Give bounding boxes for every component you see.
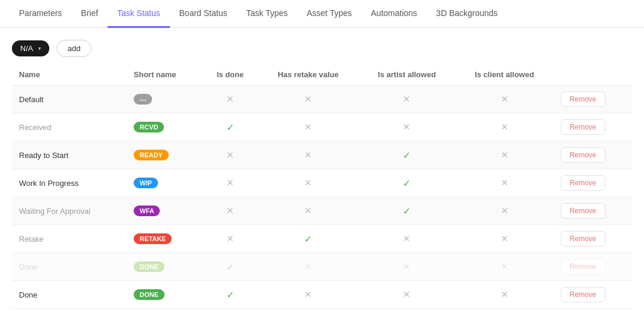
- toolbar: N/A ▾ add: [0, 28, 644, 64]
- cross-icon: ✕: [403, 94, 411, 104]
- cell-name: Ready to Start: [12, 141, 127, 169]
- cell-name: Done: [12, 253, 127, 281]
- table-header-row: Name Short name Is done Has retake value…: [12, 64, 632, 86]
- table-row: Done DONE ✓ ✕ ✕ ✕ Remove: [12, 253, 632, 281]
- status-badge: READY: [134, 150, 169, 160]
- cell-is-artist: ✕: [358, 86, 455, 113]
- cross-icon: ✕: [226, 205, 234, 216]
- col-has-retake: Has retake value: [258, 64, 359, 86]
- cell-action: Remove: [554, 141, 632, 169]
- cross-icon: ✕: [501, 205, 509, 216]
- cross-icon: ✕: [501, 261, 509, 271]
- cell-is-artist: ✕: [358, 225, 455, 253]
- cross-icon: ✕: [403, 233, 411, 244]
- cross-icon: ✕: [304, 94, 312, 104]
- cell-is-client: ✕: [455, 197, 554, 225]
- table-row: Retake RETAKE ✕ ✓ ✕ ✕ Remove: [12, 225, 632, 253]
- cell-is-artist: ✓: [358, 169, 455, 197]
- status-table: Name Short name Is done Has retake value…: [12, 64, 632, 309]
- cell-name: Waiting For Approval: [12, 197, 127, 225]
- tab-task-status[interactable]: Task Status: [108, 0, 169, 28]
- cross-icon: ✕: [226, 150, 234, 160]
- status-badge: WFA: [134, 205, 160, 216]
- cross-icon: ✕: [304, 178, 312, 188]
- cross-icon: ✕: [403, 289, 411, 299]
- table-wrap: Name Short name Is done Has retake value…: [0, 64, 644, 309]
- cell-is-done: ✓: [203, 253, 258, 281]
- tabs-bar: Parameters Brief Task Status Board Statu…: [0, 0, 644, 28]
- tab-automations[interactable]: Automations: [361, 0, 427, 28]
- remove-button[interactable]: Remove: [561, 287, 605, 302]
- cell-short-name: RCVD: [127, 113, 203, 141]
- cell-is-done: ✕: [203, 197, 258, 225]
- cell-action: Remove: [554, 113, 632, 141]
- cell-has-retake: ✕: [258, 113, 359, 141]
- status-badge: ---: [134, 94, 152, 105]
- remove-button[interactable]: Remove: [561, 147, 605, 163]
- remove-button[interactable]: Remove: [561, 91, 605, 107]
- status-badge: RCVD: [134, 122, 164, 132]
- cross-icon: ✕: [304, 261, 312, 271]
- cell-short-name: DONE: [127, 281, 203, 309]
- remove-button[interactable]: Remove: [561, 259, 605, 274]
- tab-board-status[interactable]: Board Status: [170, 0, 237, 28]
- cross-icon: ✕: [226, 178, 234, 188]
- cell-action: Remove: [554, 169, 632, 197]
- cell-is-done: ✕: [203, 86, 258, 113]
- add-button[interactable]: add: [56, 40, 92, 57]
- cell-is-client: ✕: [455, 141, 554, 169]
- tab-task-types[interactable]: Task Types: [236, 0, 297, 28]
- cross-icon: ✕: [501, 233, 509, 244]
- cell-short-name: WIP: [127, 169, 203, 197]
- tab-asset-types[interactable]: Asset Types: [297, 0, 361, 28]
- remove-button[interactable]: Remove: [561, 231, 605, 246]
- tab-parameters[interactable]: Parameters: [10, 0, 71, 28]
- cell-has-retake: ✕: [258, 169, 359, 197]
- cell-short-name: DONE: [127, 253, 203, 281]
- cell-is-artist: ✓: [358, 141, 455, 169]
- cell-short-name: READY: [127, 141, 203, 169]
- cell-is-done: ✕: [203, 169, 258, 197]
- table-row: Default --- ✕ ✕ ✕ ✕ Remove: [12, 86, 632, 113]
- cell-has-retake: ✕: [258, 253, 359, 281]
- cell-is-client: ✕: [455, 225, 554, 253]
- cell-short-name: ---: [127, 86, 203, 113]
- cell-is-done: ✕: [203, 141, 258, 169]
- cell-is-client: ✕: [455, 86, 554, 113]
- cell-name: Done: [12, 281, 127, 309]
- cell-action: Remove: [554, 197, 632, 225]
- cell-is-done: ✕: [203, 225, 258, 253]
- cell-is-client: ✕: [455, 253, 554, 281]
- col-short-name: Short name: [127, 64, 203, 86]
- remove-button[interactable]: Remove: [561, 203, 605, 219]
- cross-icon: ✕: [501, 122, 509, 132]
- status-badge: RETAKE: [134, 233, 172, 244]
- tab-brief[interactable]: Brief: [71, 0, 108, 28]
- table-row: Received RCVD ✓ ✕ ✕ ✕ Remove: [12, 113, 632, 141]
- cell-name: Work In Progress: [12, 169, 127, 197]
- table-row: Done DONE ✓ ✕ ✕ ✕ Remove: [12, 281, 632, 309]
- cell-has-retake: ✕: [258, 197, 359, 225]
- cell-is-artist: ✓: [358, 197, 455, 225]
- status-dropdown[interactable]: N/A ▾: [12, 40, 49, 56]
- remove-button[interactable]: Remove: [561, 119, 605, 135]
- status-badge: WIP: [134, 178, 158, 188]
- cross-icon: ✕: [501, 94, 509, 104]
- cell-short-name: WFA: [127, 197, 203, 225]
- cross-icon: ✕: [403, 122, 411, 132]
- cell-has-retake: ✕: [258, 86, 359, 113]
- col-actions: [554, 64, 632, 86]
- cross-icon: ✕: [226, 233, 234, 244]
- cross-icon: ✕: [304, 289, 312, 299]
- cell-action: Remove: [554, 225, 632, 253]
- check-icon: ✓: [403, 206, 411, 216]
- table-row: Work In Progress WIP ✕ ✕ ✓ ✕ Remove: [12, 169, 632, 197]
- check-icon: ✓: [226, 122, 234, 132]
- tab-3d-backgrounds[interactable]: 3D Backgrounds: [427, 0, 507, 28]
- remove-button[interactable]: Remove: [561, 175, 605, 191]
- chevron-down-icon: ▾: [38, 45, 41, 52]
- status-badge: DONE: [134, 261, 165, 272]
- cross-icon: ✕: [501, 289, 509, 299]
- col-is-client: Is client allowed: [455, 64, 554, 86]
- cross-icon: ✕: [226, 94, 234, 104]
